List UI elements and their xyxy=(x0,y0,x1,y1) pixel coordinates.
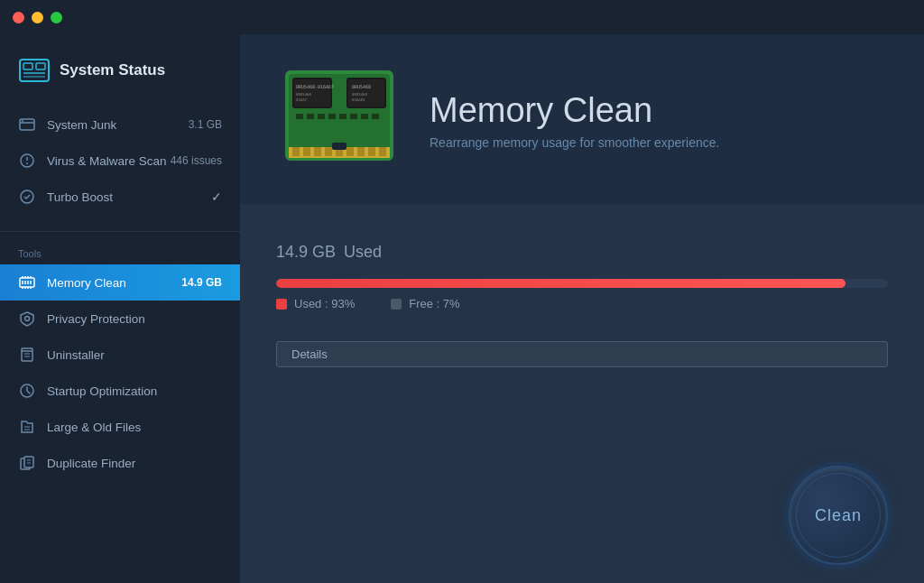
virus-scan-label: Virus & Malware Scan xyxy=(47,154,167,168)
sidebar-item-uninstaller[interactable]: Uninstaller xyxy=(0,337,240,373)
app-body: System Status System Junk 3.1 GB xyxy=(0,34,924,583)
svg-point-25 xyxy=(25,317,30,321)
svg-point-7 xyxy=(22,120,23,122)
sidebar-item-virus-scan[interactable]: Virus & Malware Scan 446 issues xyxy=(0,143,240,179)
svg-text:8RU5468: 8RU5468 xyxy=(352,92,367,97)
svg-rect-62 xyxy=(328,114,336,119)
svg-rect-46 xyxy=(357,147,365,156)
memory-clean-badge: 14.9 GB xyxy=(181,276,222,289)
duplicate-finder-label: Duplicate Finder xyxy=(47,457,135,470)
virus-icon xyxy=(18,152,36,170)
svg-rect-65 xyxy=(361,114,368,119)
svg-rect-59 xyxy=(296,114,303,119)
svg-rect-34 xyxy=(24,457,33,467)
svg-rect-45 xyxy=(346,147,354,156)
content-body: 14.9 GB Used Used : 93% Free : 7% xyxy=(240,204,924,583)
free-legend-item: Free : 7% xyxy=(391,297,459,310)
free-legend-label: Free : 7% xyxy=(409,297,459,310)
duplicate-icon xyxy=(18,454,36,472)
clean-button-area: Clean xyxy=(789,466,888,565)
sidebar: System Status System Junk 3.1 GB xyxy=(0,34,240,583)
progress-bar-fill xyxy=(276,279,845,288)
sidebar-title: System Status xyxy=(60,61,165,79)
turbo-boost-check: ✓ xyxy=(211,190,222,204)
maximize-button[interactable] xyxy=(51,12,62,23)
svg-rect-40 xyxy=(292,147,300,156)
svg-rect-43 xyxy=(325,147,332,156)
svg-rect-63 xyxy=(339,114,346,119)
memory-icon xyxy=(18,273,36,292)
svg-text:8RU5468: 8RU5468 xyxy=(352,84,371,89)
svg-text:8RU5468: 8RU5468 xyxy=(296,92,311,97)
progress-container: Used : 93% Free : 7% xyxy=(276,279,888,310)
sidebar-item-turbo-boost[interactable]: Turbo Boost ✓ xyxy=(0,179,240,215)
svg-text:8RU5468-016AEF: 8RU5468-016AEF xyxy=(296,84,334,89)
app-logo-icon xyxy=(18,54,51,87)
memory-usage-title: 14.9 GB Used xyxy=(276,231,888,264)
sidebar-item-duplicate-finder[interactable]: Duplicate Finder xyxy=(0,445,240,481)
privacy-protection-label: Privacy Protection xyxy=(47,312,145,326)
svg-text:016AE5: 016AE5 xyxy=(352,97,365,102)
startup-optimization-label: Startup Optimization xyxy=(47,384,157,398)
free-legend-dot xyxy=(391,299,402,310)
used-legend-label: Used : 93% xyxy=(294,297,355,310)
large-old-files-label: Large & Old Files xyxy=(47,421,141,434)
svg-rect-41 xyxy=(303,147,310,156)
uninstaller-icon xyxy=(18,346,36,364)
header-subtitle: Rearrange memory usage for smoother expe… xyxy=(430,135,888,150)
files-icon xyxy=(18,418,36,436)
sidebar-item-startup-optimization[interactable]: Startup Optimization xyxy=(0,373,240,409)
virus-scan-badge: 446 issues xyxy=(171,154,222,167)
sidebar-item-memory-clean[interactable]: Memory Clean 14.9 GB xyxy=(0,264,240,301)
svg-rect-2 xyxy=(36,63,45,69)
boost-icon xyxy=(18,188,36,206)
main-content: 8RU5468-016AEF 8RU5468 016A7 8RU5468 8RU… xyxy=(240,34,924,583)
sidebar-divider xyxy=(0,231,240,232)
sidebar-item-privacy-protection[interactable]: Privacy Protection xyxy=(0,301,240,337)
svg-rect-1 xyxy=(23,63,32,69)
sidebar-item-system-junk[interactable]: System Junk 3.1 GB xyxy=(0,106,240,143)
uninstaller-label: Uninstaller xyxy=(47,348,105,362)
turbo-boost-label: Turbo Boost xyxy=(47,190,113,204)
memory-clean-label: Memory Clean xyxy=(47,276,126,290)
memory-used-label: Used xyxy=(344,243,382,261)
header-text: Memory Clean Rearrange memory usage for … xyxy=(430,91,888,150)
progress-bar-background xyxy=(276,279,888,288)
used-legend-dot xyxy=(276,299,287,310)
svg-rect-26 xyxy=(22,348,32,361)
svg-rect-64 xyxy=(350,114,357,119)
progress-legend: Used : 93% Free : 7% xyxy=(276,297,888,310)
used-legend-item: Used : 93% xyxy=(276,297,355,310)
svg-point-10 xyxy=(26,162,28,164)
content-header: 8RU5468-016AEF 8RU5468 016A7 8RU5468 8RU… xyxy=(240,34,924,204)
system-junk-label: System Junk xyxy=(47,118,116,132)
header-title: Memory Clean xyxy=(430,91,888,130)
svg-rect-67 xyxy=(332,143,346,150)
svg-rect-61 xyxy=(318,114,325,119)
details-button[interactable]: Details xyxy=(276,341,888,367)
system-junk-badge: 3.1 GB xyxy=(189,118,222,131)
privacy-icon xyxy=(18,310,36,328)
clean-button-label: Clean xyxy=(815,506,862,525)
svg-rect-47 xyxy=(368,147,375,156)
ram-illustration: 8RU5468-016AEF 8RU5468 016A7 8RU5468 8RU… xyxy=(276,61,402,179)
svg-text:016A7: 016A7 xyxy=(296,97,308,102)
system-section: System Junk 3.1 GB Virus & Malware Scan … xyxy=(0,106,240,224)
svg-rect-42 xyxy=(314,147,321,156)
tools-section-label: Tools xyxy=(0,239,240,264)
svg-rect-60 xyxy=(307,114,314,119)
sidebar-header: System Status xyxy=(0,34,240,106)
memory-used-value: 14.9 GB xyxy=(276,243,336,261)
close-button[interactable] xyxy=(13,12,24,23)
junk-icon xyxy=(18,116,36,134)
clean-button[interactable]: Clean xyxy=(789,466,888,565)
svg-rect-48 xyxy=(379,147,386,156)
startup-icon xyxy=(18,382,36,400)
svg-rect-66 xyxy=(372,114,379,119)
titlebar xyxy=(0,0,924,34)
sidebar-item-large-old-files[interactable]: Large & Old Files xyxy=(0,409,240,445)
minimize-button[interactable] xyxy=(32,12,43,23)
